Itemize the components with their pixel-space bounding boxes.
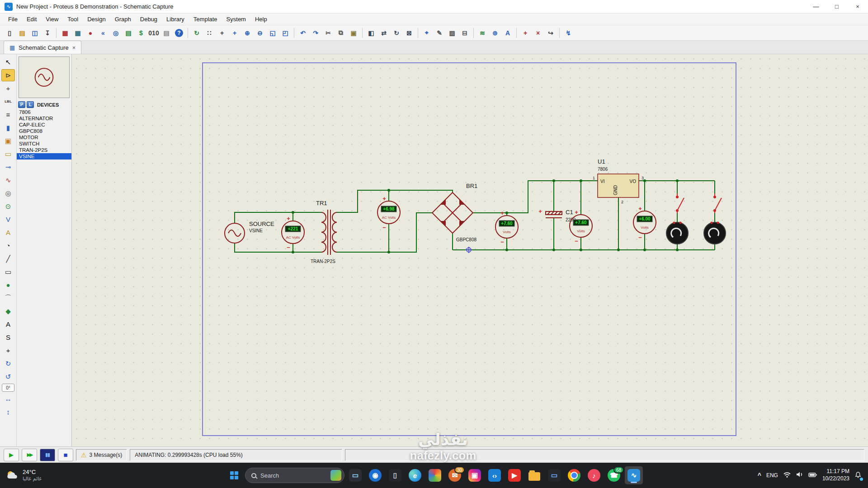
switch-2[interactable] bbox=[713, 193, 722, 213]
weather-widget[interactable]: 24°C غائم غالبا bbox=[0, 463, 47, 488]
device-item[interactable]: MOTOR bbox=[17, 134, 71, 141]
buses-mode[interactable]: ▮ bbox=[1, 122, 15, 134]
device-item[interactable]: 7806 bbox=[17, 109, 71, 115]
text-2d[interactable]: A bbox=[1, 318, 15, 330]
minimize-button[interactable]: — bbox=[806, 0, 826, 13]
marker-2d[interactable]: + bbox=[1, 344, 15, 357]
menu-item[interactable]: Template bbox=[189, 14, 222, 24]
vsine-source[interactable]: SOURCE VSINE bbox=[225, 221, 274, 243]
goto-sheet[interactable]: ↪ bbox=[545, 27, 557, 39]
false-origin[interactable]: + bbox=[216, 27, 228, 39]
menu-item[interactable]: Library bbox=[162, 14, 189, 24]
battery-icon[interactable] bbox=[808, 471, 817, 479]
schematic-capture-module[interactable]: ▦ bbox=[59, 27, 71, 39]
pcb-layout-module[interactable]: ▦ bbox=[72, 27, 84, 39]
wifi-icon[interactable] bbox=[783, 471, 791, 480]
design-explorer[interactable]: « bbox=[97, 27, 109, 39]
schematic-canvas[interactable]: SOURCE VSINE +221 AC Volts + − TR1 TRAN-… bbox=[72, 54, 868, 446]
help[interactable]: ? bbox=[173, 27, 185, 39]
device-item[interactable]: GBPC808 bbox=[17, 128, 71, 134]
maximize-button[interactable]: □ bbox=[826, 0, 847, 13]
motor-2[interactable] bbox=[704, 222, 726, 244]
transformer-tr1[interactable]: TR1 TRAN-2P2S bbox=[311, 200, 337, 264]
graph-mode[interactable]: ∿ bbox=[1, 174, 15, 186]
tape-recorder-mode[interactable]: ◎ bbox=[1, 187, 15, 199]
path-2d[interactable]: ◆ bbox=[1, 305, 15, 317]
menu-item[interactable]: File bbox=[4, 14, 22, 24]
instagram-app[interactable]: ▣ bbox=[466, 466, 484, 484]
regulator-u1[interactable]: VI VO GND 1 3 2 U1 7806 bbox=[593, 158, 644, 204]
rotate-ccw[interactable]: ↺ bbox=[1, 371, 15, 383]
block-rotate[interactable]: ↻ bbox=[391, 27, 402, 39]
pick-parts[interactable]: ⌖ bbox=[421, 27, 433, 39]
vscode-app[interactable]: ‹› bbox=[486, 466, 504, 484]
virtual-instruments-mode[interactable]: ◔ bbox=[1, 239, 15, 252]
desktop-app[interactable]: ▭ bbox=[346, 466, 364, 484]
open-project[interactable]: ▤ bbox=[16, 27, 28, 39]
block-copy[interactable]: ◧ bbox=[365, 27, 377, 39]
pick-devices-button[interactable]: P bbox=[18, 101, 25, 108]
tray-chevron-icon[interactable]: ^ bbox=[758, 472, 761, 479]
menu-item[interactable]: View bbox=[41, 14, 63, 24]
voltage-probe-mode[interactable]: V bbox=[1, 213, 15, 225]
stop-button[interactable]: ■ bbox=[58, 449, 73, 461]
search-and-tag[interactable]: ⊚ bbox=[489, 27, 501, 39]
zoom-area[interactable]: ◰ bbox=[279, 27, 291, 39]
line-2d[interactable]: ╱ bbox=[1, 253, 15, 265]
toggle-grid[interactable]: ∷ bbox=[203, 27, 215, 39]
phone-link-app[interactable]: ▯ bbox=[386, 466, 404, 484]
copy[interactable]: ⧉ bbox=[335, 27, 347, 39]
wire-label-mode[interactable]: LBL bbox=[1, 95, 15, 108]
zoom-to-component[interactable]: ◎ bbox=[110, 27, 122, 39]
tab-close-icon[interactable]: × bbox=[72, 44, 76, 51]
capacitor-c1[interactable]: + C1 2200 bbox=[538, 208, 576, 222]
redo[interactable]: ↷ bbox=[310, 27, 321, 39]
menu-item[interactable]: Edit bbox=[22, 14, 41, 24]
wire-autorouter[interactable]: ≋ bbox=[476, 27, 488, 39]
proteus-app[interactable]: ∿ bbox=[625, 466, 643, 484]
mirror-y[interactable]: ↕ bbox=[1, 406, 15, 418]
device-item[interactable]: SWITCH bbox=[17, 141, 71, 147]
device-item[interactable]: VSINE bbox=[17, 153, 71, 160]
library-button[interactable]: L bbox=[27, 101, 34, 108]
rotate-cw[interactable]: ↻ bbox=[1, 357, 15, 370]
bom-pricing[interactable]: $ bbox=[135, 27, 147, 39]
camera-app[interactable]: ◉ bbox=[366, 466, 384, 484]
motor-1[interactable] bbox=[666, 222, 688, 244]
junction-dot-mode[interactable]: + bbox=[1, 82, 15, 94]
decompose[interactable]: ⊟ bbox=[459, 27, 471, 39]
device-item[interactable]: ALTERNATOR bbox=[17, 115, 71, 122]
arc-2d[interactable]: ⌒ bbox=[1, 292, 15, 304]
close-button[interactable]: × bbox=[847, 0, 868, 13]
menu-item[interactable]: Graph bbox=[110, 14, 136, 24]
device-item[interactable]: CAP-ELEC bbox=[17, 122, 71, 128]
device-item[interactable]: TRAN-2P2S bbox=[17, 147, 71, 153]
step-button[interactable]: ▶▶ bbox=[22, 449, 37, 461]
device-pins-mode[interactable]: ⊸ bbox=[1, 161, 15, 173]
import-legacy[interactable]: ↧ bbox=[42, 27, 53, 39]
tab-schematic-capture[interactable]: ▦ Schematic Capture × bbox=[4, 41, 81, 54]
packaging-tool[interactable]: ▨ bbox=[446, 27, 458, 39]
chrome-app[interactable] bbox=[565, 466, 583, 484]
undo[interactable]: ↶ bbox=[297, 27, 309, 39]
block-delete[interactable]: ⊠ bbox=[403, 27, 415, 39]
mirror-x[interactable]: ↔ bbox=[1, 393, 15, 405]
cut[interactable]: ✂ bbox=[322, 27, 334, 39]
center-at-cursor[interactable]: + bbox=[229, 27, 241, 39]
message-counter[interactable]: ⚠ 3 Message(s) bbox=[76, 449, 127, 461]
terminals-mode[interactable]: ▭ bbox=[1, 148, 15, 160]
property-assignment[interactable]: A bbox=[502, 27, 514, 39]
taskbar-search[interactable]: Search bbox=[245, 468, 344, 483]
menu-item[interactable]: Help bbox=[250, 14, 272, 24]
bill-of-materials[interactable]: ▤ bbox=[123, 27, 134, 39]
paste[interactable]: ▣ bbox=[348, 27, 359, 39]
menu-item[interactable]: System bbox=[222, 14, 250, 24]
component-mode[interactable]: ⊳ bbox=[1, 69, 15, 81]
subcircuit-mode[interactable]: ▣ bbox=[1, 135, 15, 147]
zoom-out[interactable]: ⊖ bbox=[254, 27, 266, 39]
symbol-2d[interactable]: S bbox=[1, 331, 15, 343]
notification-bell-icon[interactable] bbox=[854, 471, 862, 480]
mail-app[interactable]: ✉30 bbox=[446, 466, 464, 484]
electrical-rule-check[interactable]: ↯ bbox=[562, 27, 574, 39]
notes[interactable]: ▤ bbox=[160, 27, 172, 39]
